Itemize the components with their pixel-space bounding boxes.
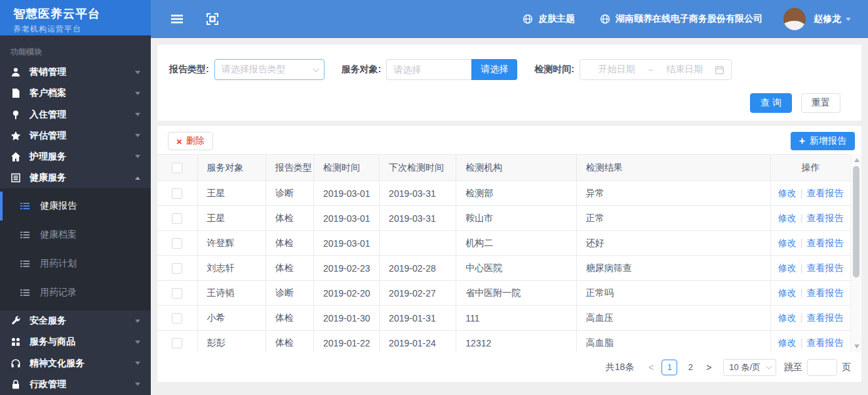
sidebar-item-nursing[interactable]: 护理服务 xyxy=(0,146,151,167)
view-report-link[interactable]: 查看报告 xyxy=(806,188,843,198)
reports-table: 服务对象 报告类型 检测时间 下次检测时间 检测机构 检测结果 操作 xyxy=(157,154,850,352)
view-report-link[interactable]: 查看报告 xyxy=(806,213,843,223)
pagination-total: 共18条 xyxy=(606,362,635,373)
col-header-operations: 操作 xyxy=(771,155,850,181)
view-report-link[interactable]: 查看报告 xyxy=(806,337,843,348)
cell-org: 省中医附一院 xyxy=(456,281,576,306)
sidebar-item-assessment[interactable]: 评估管理 xyxy=(0,125,151,146)
view-report-link[interactable]: 查看报告 xyxy=(806,262,843,273)
row-checkbox[interactable] xyxy=(172,213,182,224)
health-list-icon xyxy=(10,173,21,183)
chevron-down-icon xyxy=(135,341,140,344)
edit-link[interactable]: 修改 xyxy=(778,188,797,198)
query-button[interactable]: 查 询 xyxy=(750,93,792,113)
scroll-up-arrow[interactable] xyxy=(851,156,861,165)
fullscreen-icon[interactable] xyxy=(206,12,219,26)
sidebar-item-health[interactable]: 健康服务 xyxy=(0,167,151,188)
sidebar-item-cultural[interactable]: 精神文化服务 xyxy=(0,353,151,374)
edit-link[interactable]: 修改 xyxy=(778,213,797,223)
next-page-button[interactable]: > xyxy=(701,360,717,375)
edit-link[interactable]: 修改 xyxy=(778,337,797,348)
edit-link[interactable]: 修改 xyxy=(778,238,797,248)
sidebar-item-health-report[interactable]: 健康报告 xyxy=(0,192,151,220)
sidebar-item-medication-record[interactable]: 用药记录 xyxy=(0,278,151,307)
date-range-picker[interactable]: 开始日期 ~ 结束日期 xyxy=(580,59,732,80)
table-scrollbar[interactable] xyxy=(850,154,861,352)
table-row: 许登辉 体检 2019-03-01 机构二 还好 修改|查看报告 xyxy=(157,231,850,256)
scrollbar-thumb[interactable] xyxy=(853,166,859,278)
sidebar-item-label: 用药记录 xyxy=(40,287,77,299)
sidebar-item-label: 精神文化服务 xyxy=(30,358,85,369)
edit-link[interactable]: 修改 xyxy=(778,262,797,273)
cell-type: 诊断 xyxy=(266,281,313,306)
list-icon xyxy=(20,230,30,240)
app-root: 智慧医养云平台 养老机构运营平台 功能模块 营销管理 客户档案 入住管理 评估管… xyxy=(0,0,868,395)
sidebar: 智慧医养云平台 养老机构运营平台 功能模块 营销管理 客户档案 入住管理 评估管… xyxy=(0,0,151,395)
view-report-link[interactable]: 查看报告 xyxy=(806,238,843,248)
skin-theme-button[interactable]: 皮肤主题 xyxy=(523,13,575,25)
select-all-checkbox[interactable] xyxy=(172,163,182,173)
service-target-choose-button[interactable]: 请选择 xyxy=(471,59,517,80)
row-checkbox[interactable] xyxy=(172,288,182,299)
date-separator: ~ xyxy=(647,65,655,75)
cell-name: 刘志轩 xyxy=(197,256,266,281)
globe-icon xyxy=(523,14,533,24)
action-separator: | xyxy=(797,238,807,248)
chevron-down-icon xyxy=(135,92,140,95)
cell-next: 2019-03-31 xyxy=(380,206,456,231)
row-checkbox[interactable] xyxy=(172,238,182,249)
row-checkbox[interactable] xyxy=(172,338,182,348)
add-report-button[interactable]: + 新增报告 xyxy=(791,132,855,150)
sidebar-item-customer-files[interactable]: 客户档案 xyxy=(0,83,151,104)
sidebar-item-administration[interactable]: 行政管理 xyxy=(0,374,151,395)
page-button-2[interactable]: 2 xyxy=(682,360,698,375)
scroll-down-arrow[interactable] xyxy=(851,342,861,351)
jump-label: 跳至 xyxy=(784,362,802,373)
col-header-service-target: 服务对象 xyxy=(197,155,266,181)
page-button-1[interactable]: 1 xyxy=(661,360,677,375)
company-name: 湖南颐养在线电子商务股份有限公司 xyxy=(616,13,762,25)
sidebar-item-security[interactable]: 安全服务 xyxy=(0,310,151,331)
sidebar-item-health-archive[interactable]: 健康档案 xyxy=(0,220,151,249)
sidebar-item-marketing[interactable]: 营销管理 xyxy=(0,62,151,83)
service-target-input[interactable] xyxy=(386,59,471,80)
view-report-link[interactable]: 查看报告 xyxy=(806,312,843,323)
cell-name: 王星 xyxy=(197,206,266,231)
sidebar-item-label: 服务与商品 xyxy=(30,336,75,348)
topbar: 皮肤主题 湖南颐养在线电子商务股份有限公司 赵修龙 xyxy=(151,0,868,38)
jump-to-page: 跳至 页 xyxy=(784,359,851,376)
sidebar-item-medication-plan[interactable]: 用药计划 xyxy=(0,249,151,278)
wrench-icon xyxy=(10,316,21,326)
globe-icon xyxy=(600,14,610,24)
sidebar-item-services-goods[interactable]: 服务与商品 xyxy=(0,331,151,352)
page-size-select[interactable]: 10 条/页 xyxy=(723,359,776,376)
row-checkbox[interactable] xyxy=(172,263,182,274)
cell-type: 体检 xyxy=(266,306,313,331)
avatar[interactable] xyxy=(783,8,806,30)
view-report-link[interactable]: 查看报告 xyxy=(806,287,843,298)
row-checkbox[interactable] xyxy=(172,188,182,199)
report-type-select[interactable]: 请选择报告类型 xyxy=(214,59,325,80)
cell-result: 高血脂 xyxy=(576,331,771,353)
action-separator: | xyxy=(797,213,807,223)
prev-page-button[interactable]: < xyxy=(643,360,659,375)
company-selector[interactable]: 湖南颐养在线电子商务股份有限公司 xyxy=(600,13,762,25)
row-checkbox[interactable] xyxy=(172,313,182,323)
cell-name: 许登辉 xyxy=(197,231,266,256)
user-menu[interactable]: 赵修龙 xyxy=(814,13,851,25)
edit-link[interactable]: 修改 xyxy=(778,287,797,298)
cell-org: 机构二 xyxy=(456,231,576,256)
action-separator: | xyxy=(797,287,807,298)
sidebar-item-label: 用药计划 xyxy=(40,258,77,270)
edit-link[interactable]: 修改 xyxy=(778,312,797,323)
cell-next: 2019-03-31 xyxy=(380,181,456,206)
jump-page-input[interactable] xyxy=(807,359,837,376)
cell-result: 糖尿病筛查 xyxy=(576,256,771,281)
col-header-report-type: 报告类型 xyxy=(266,155,313,181)
delete-button[interactable]: × 删除 xyxy=(168,132,213,150)
tree-icon xyxy=(10,110,21,120)
cell-result: 异常 xyxy=(576,181,771,206)
reset-button[interactable]: 重置 xyxy=(801,93,840,113)
sidebar-item-checkin[interactable]: 入住管理 xyxy=(0,104,151,125)
hamburger-menu-icon[interactable] xyxy=(170,12,184,26)
